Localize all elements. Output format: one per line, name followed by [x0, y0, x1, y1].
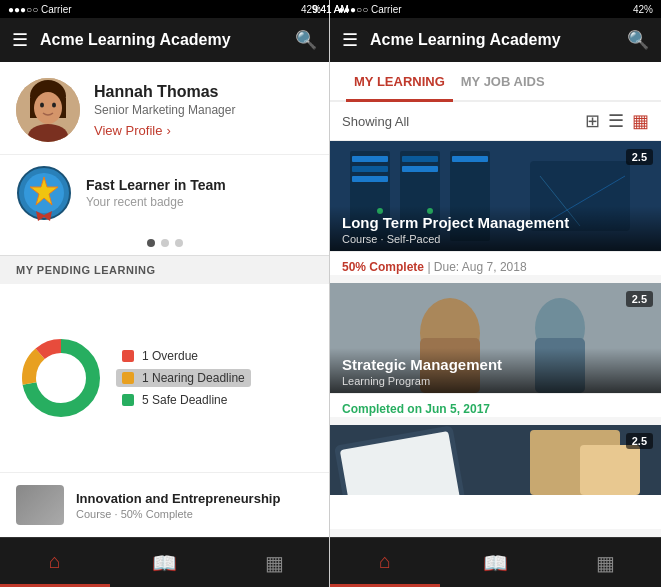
pending-course-item[interactable]: Innovation and Entrepreneurship Course ·… [0, 472, 329, 537]
course-card-1[interactable]: 2.5 Long Term Project Management Course … [330, 141, 661, 275]
view-profile-link[interactable]: View Profile › [94, 123, 235, 138]
legend-dot-nearing [122, 372, 134, 384]
hamburger-icon-right[interactable]: ☰ [342, 29, 358, 51]
showing-all-label: Showing All [342, 114, 409, 129]
card-type-2: Learning Program [342, 375, 649, 387]
svg-rect-20 [352, 176, 388, 182]
battery-text-right: 42% [633, 4, 653, 15]
card-title-1: Long Term Project Management [342, 214, 649, 231]
profile-name: Hannah Thomas [94, 83, 235, 101]
donut-chart [16, 333, 106, 423]
svg-point-4 [40, 103, 44, 108]
svg-point-13 [37, 354, 85, 402]
card-image-3: 2.5 [330, 425, 661, 529]
card-image-container-2: 2.5 Strategic Management Learning Progra… [330, 283, 661, 393]
card-badge-2: 2.5 [626, 291, 653, 307]
right-bottom-nav: ⌂ 📖 ▦ [330, 537, 661, 587]
card-badge-3: 2.5 [626, 433, 653, 449]
card-title-overlay-2: Strategic Management Learning Program [330, 348, 661, 393]
right-app-header: ☰ Acme Learning Academy 🔍 [330, 18, 661, 62]
donut-svg [16, 333, 106, 423]
legend-dot-safe [122, 394, 134, 406]
card-due-1: | Due: Aug 7, 2018 [427, 260, 526, 274]
courses-list: 2.5 Long Term Project Management Course … [330, 141, 661, 537]
badge-subtitle: Your recent badge [86, 195, 226, 209]
carrier-text-left: ●●●○○ Carrier [8, 4, 72, 15]
svg-point-3 [34, 92, 62, 124]
right-status-bar: ●●●○○ Carrier 9:41 AM 42% [330, 0, 661, 18]
pending-learning-content: 1 Overdue 1 Nearing Deadline 5 Safe Dead… [0, 284, 329, 472]
search-icon-left[interactable]: 🔍 [295, 29, 317, 51]
left-bottom-nav: ⌂ 📖 ▦ [0, 537, 329, 587]
profile-section: Hannah Thomas Senior Marketing Manager V… [0, 62, 329, 154]
chevron-right-icon: › [166, 123, 170, 138]
status-time-right: 9:41 AM [330, 4, 349, 15]
badge-info: Fast Learner in Team Your recent badge [86, 177, 226, 209]
card-image-2: 2.5 Strategic Management Learning Progra… [330, 283, 661, 393]
legend-nearing: 1 Nearing Deadline [116, 369, 251, 387]
nav-home-right[interactable]: ⌂ [330, 538, 440, 587]
right-panel: ●●●○○ Carrier 9:41 AM 42% ☰ Acme Learnin… [330, 0, 661, 587]
dot-3[interactable] [175, 239, 183, 247]
avatar-image [16, 78, 80, 142]
right-app-title: Acme Learning Academy [370, 31, 615, 49]
svg-rect-23 [452, 156, 488, 162]
card-badge-1: 2.5 [626, 149, 653, 165]
legend-overdue: 1 Overdue [122, 349, 251, 363]
avatar [16, 78, 80, 142]
card-image-1: 2.5 Long Term Project Management Course … [330, 141, 661, 251]
filter-adjust-icon[interactable]: ⊞ [585, 110, 600, 132]
svg-rect-18 [352, 156, 388, 162]
svg-rect-19 [352, 166, 388, 172]
status-carrier-left: ●●●○○ Carrier [8, 4, 72, 15]
chart-legend: 1 Overdue 1 Nearing Deadline 5 Safe Dead… [122, 349, 251, 407]
course-details: Innovation and Entrepreneurship Course ·… [76, 491, 280, 520]
grid-view-icon[interactable]: ▦ [632, 110, 649, 132]
svg-point-5 [52, 103, 56, 108]
dot-2[interactable] [161, 239, 169, 247]
card-type-1: Course · Self-Paced [342, 233, 649, 245]
list-view-icon[interactable]: ☰ [608, 110, 624, 132]
status-battery-right: 42% [633, 4, 653, 15]
course-thumbnail [16, 485, 64, 525]
legend-safe: 5 Safe Deadline [122, 393, 251, 407]
svg-rect-21 [402, 156, 438, 162]
nav-book-right[interactable]: 📖 [440, 538, 550, 587]
badge-section: Fast Learner in Team Your recent badge [0, 154, 329, 231]
course-name: Innovation and Entrepreneurship [76, 491, 280, 506]
badge-icon [16, 165, 72, 221]
hamburger-icon-left[interactable]: ☰ [12, 29, 28, 51]
svg-rect-39 [580, 445, 640, 495]
tab-bar: MY LEARNING MY JOB AIDS [330, 62, 661, 102]
card-image-container-3: 2.5 [330, 425, 661, 495]
badge-title: Fast Learner in Team [86, 177, 226, 193]
filter-icons: ⊞ ☰ ▦ [585, 110, 649, 132]
nav-grid-left[interactable]: ▦ [219, 538, 329, 587]
pending-learning-header: MY PENDING LEARNING [0, 255, 329, 284]
dot-1[interactable] [147, 239, 155, 247]
svg-rect-22 [402, 166, 438, 172]
nav-book-left[interactable]: 📖 [110, 538, 220, 587]
card-status-1: 50% Complete | Due: Aug 7, 2018 [330, 251, 661, 275]
left-app-title: Acme Learning Academy [40, 31, 283, 49]
filter-bar: Showing All ⊞ ☰ ▦ [330, 102, 661, 141]
legend-dot-overdue [122, 350, 134, 362]
profile-info: Hannah Thomas Senior Marketing Manager V… [94, 83, 235, 138]
left-app-header: ☰ Acme Learning Academy 🔍 [0, 18, 329, 62]
profile-role: Senior Marketing Manager [94, 103, 235, 117]
nav-home-left[interactable]: ⌂ [0, 538, 110, 587]
course-progress: Course · 50% Complete [76, 508, 280, 520]
tab-my-learning[interactable]: MY LEARNING [346, 62, 453, 102]
course-card-2[interactable]: 2.5 Strategic Management Learning Progra… [330, 283, 661, 417]
tab-my-job-aids[interactable]: MY JOB AIDS [453, 62, 553, 102]
card-title-2: Strategic Management [342, 356, 649, 373]
nav-grid-right[interactable]: ▦ [551, 538, 661, 587]
card-status-2: Completed on Jun 5, 2017 [330, 393, 661, 417]
carousel-dots [0, 231, 329, 255]
card-title-overlay-1: Long Term Project Management Course · Se… [330, 206, 661, 251]
search-icon-right[interactable]: 🔍 [627, 29, 649, 51]
left-panel: ●●●○○ Carrier 9:41 AM 42% ☰ Acme Learnin… [0, 0, 330, 587]
course-card-3[interactable]: 2.5 [330, 425, 661, 529]
left-status-bar: ●●●○○ Carrier 9:41 AM 42% [0, 0, 329, 18]
